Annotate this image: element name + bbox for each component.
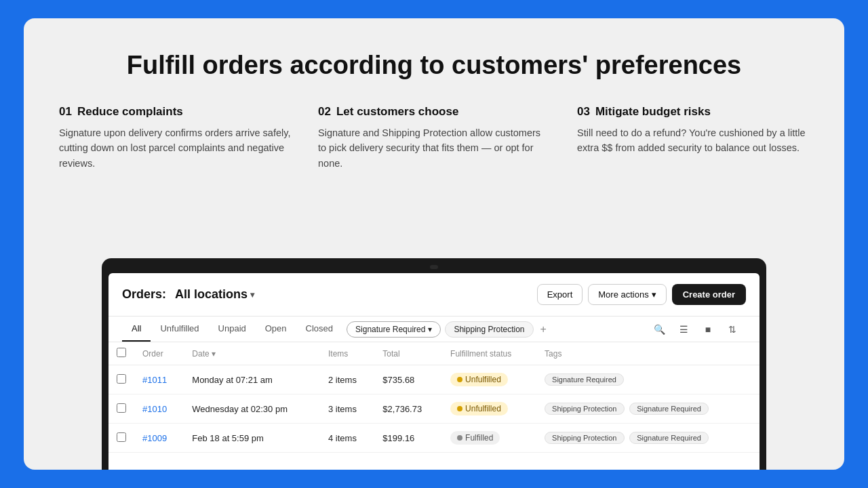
sort-icon[interactable]: ⇅ (723, 320, 742, 339)
row-1-checkbox-cell (108, 365, 134, 394)
col-items: Items (320, 342, 374, 365)
columns-icon[interactable]: ■ (698, 320, 717, 339)
table-row: #1010 Wednesday at 02:30 pm 3 items $2,7… (108, 394, 760, 424)
table-row: #1009 Feb 18 at 5:59 pm 4 items $199.16 … (108, 424, 760, 453)
tab-all[interactable]: All (122, 317, 151, 342)
laptop-screen: Orders: All locations ▾ Export More acti… (108, 273, 760, 470)
row-3-items: 4 items (320, 424, 374, 453)
row-3-status-badge: Fulfilled (450, 431, 500, 445)
more-actions-label: More actions (598, 289, 648, 300)
add-filter-button[interactable]: + (534, 318, 553, 341)
feature-2-heading: 02 Let customers choose (318, 105, 550, 119)
row-2-tags: Shipping Protection Signature Required (536, 394, 760, 424)
row-1-status-badge: Unfulfilled (450, 373, 508, 386)
feature-3-heading: 03 Mitigate budget risks (577, 105, 809, 119)
feature-1-num: 01 (59, 105, 72, 119)
row-3-date: Feb 18 at 5:59 pm (184, 424, 320, 453)
row-1-tag-1: Signature Required (545, 373, 624, 386)
filter-shipping-label: Shipping Protection (454, 325, 524, 334)
create-order-button[interactable]: Create order (672, 284, 746, 305)
feature-3: 03 Mitigate budget risks Still need to d… (577, 105, 809, 171)
row-3-tag-2: Signature Required (629, 432, 709, 444)
filter-signature-required[interactable]: Signature Required ▾ (347, 321, 441, 338)
laptop-mockup: Orders: All locations ▾ Export More acti… (102, 258, 766, 470)
filter-signature-label: Signature Required (355, 325, 425, 334)
table-row: #1011 Monday at 07:21 am 2 items $735.68… (108, 365, 760, 394)
feature-3-num: 03 (577, 105, 590, 119)
laptop-body: Orders: All locations ▾ Export More acti… (102, 258, 766, 470)
row-3-tags: Shipping Protection Signature Required (536, 424, 760, 453)
search-icon[interactable]: 🔍 (650, 320, 669, 339)
feature-1: 01 Reduce complaints Signature upon deli… (59, 105, 291, 171)
location-chevron-icon[interactable]: ▾ (250, 290, 254, 300)
col-tags: Tags (536, 342, 760, 365)
feature-1-title: Reduce complaints (77, 105, 183, 119)
row-1-checkbox[interactable] (117, 374, 126, 384)
row-1-date: Monday at 07:21 am (184, 365, 320, 394)
col-total: Total (374, 342, 442, 365)
feature-3-title: Mitigate budget risks (595, 105, 711, 119)
row-3-tag-1: Shipping Protection (545, 432, 624, 444)
tab-closed[interactable]: Closed (296, 317, 342, 342)
row-2-date: Wednesday at 02:30 pm (184, 394, 320, 424)
row-2-status-dot (457, 406, 462, 411)
orders-label: Orders: (122, 287, 166, 302)
tab-unfulfilled[interactable]: Unfulfilled (151, 317, 208, 342)
page-headline: Fulfill orders according to customers' p… (59, 51, 809, 81)
row-1-status-dot (457, 377, 462, 382)
feature-1-body: Signature upon delivery confirms orders … (59, 125, 291, 171)
orders-header: Orders: All locations ▾ Export More acti… (108, 273, 760, 317)
row-3-status-dot (457, 435, 462, 441)
tab-unpaid[interactable]: Unpaid (209, 317, 256, 342)
feature-2-title: Let customers choose (336, 105, 458, 119)
export-button[interactable]: Export (537, 284, 583, 305)
row-2-checkbox-cell (108, 394, 134, 424)
laptop-notch (430, 265, 438, 269)
row-2-tag-2: Signature Required (629, 403, 709, 415)
tab-toolbar-icons: 🔍 ☰ ■ ⇅ (646, 320, 746, 339)
row-2-checkbox[interactable] (117, 403, 126, 413)
col-order: Order (134, 342, 184, 365)
orders-table: Order Date ▾ Items Total Fulfillment sta… (108, 342, 760, 453)
col-date: Date ▾ (184, 342, 320, 365)
row-2-status: Unfulfilled (442, 394, 536, 424)
more-actions-button[interactable]: More actions ▾ (588, 284, 666, 305)
feature-1-heading: 01 Reduce complaints (59, 105, 291, 119)
filter-signature-chevron-icon: ▾ (428, 325, 432, 334)
row-3-total: $199.16 (374, 424, 442, 453)
row-3-status: Fulfilled (442, 424, 536, 453)
more-actions-chevron-icon: ▾ (652, 289, 656, 300)
row-3-checkbox[interactable] (117, 432, 126, 442)
row-3-checkbox-cell (108, 424, 134, 453)
tab-open[interactable]: Open (256, 317, 296, 342)
row-1-items: 2 items (320, 365, 374, 394)
orders-location[interactable]: All locations (175, 287, 248, 302)
row-2-total: $2,736.73 (374, 394, 442, 424)
row-2-items: 3 items (320, 394, 374, 424)
feature-2-num: 02 (318, 105, 331, 119)
row-1-order[interactable]: #1011 (134, 365, 184, 394)
header-actions: Export More actions ▾ Create order (537, 284, 746, 305)
row-1-total: $735.68 (374, 365, 442, 394)
feature-2-body: Signature and Shipping Protection allow … (318, 125, 550, 171)
orders-title: Orders: All locations ▾ (122, 287, 254, 302)
feature-2: 02 Let customers choose Signature and Sh… (318, 105, 550, 171)
tabs-bar: All Unfulfilled Unpaid Open Closed Signa… (108, 317, 760, 342)
features-section: 01 Reduce complaints Signature upon deli… (59, 105, 809, 171)
col-checkbox (108, 342, 134, 365)
row-2-status-badge: Unfulfilled (450, 402, 508, 415)
row-1-tags: Signature Required (536, 365, 760, 394)
feature-3-body: Still need to do a refund? You're cushio… (577, 125, 809, 156)
filter-shipping-protection[interactable]: Shipping Protection (445, 321, 533, 338)
main-card: Fulfill orders according to customers' p… (24, 18, 844, 470)
col-fulfillment-status: Fulfillment status (442, 342, 536, 365)
row-1-status: Unfulfilled (442, 365, 536, 394)
select-all-checkbox[interactable] (117, 348, 126, 357)
row-3-order[interactable]: #1009 (134, 424, 184, 453)
filter-icon[interactable]: ☰ (674, 320, 693, 339)
row-2-order[interactable]: #1010 (134, 394, 184, 424)
row-2-tag-1: Shipping Protection (545, 403, 624, 415)
